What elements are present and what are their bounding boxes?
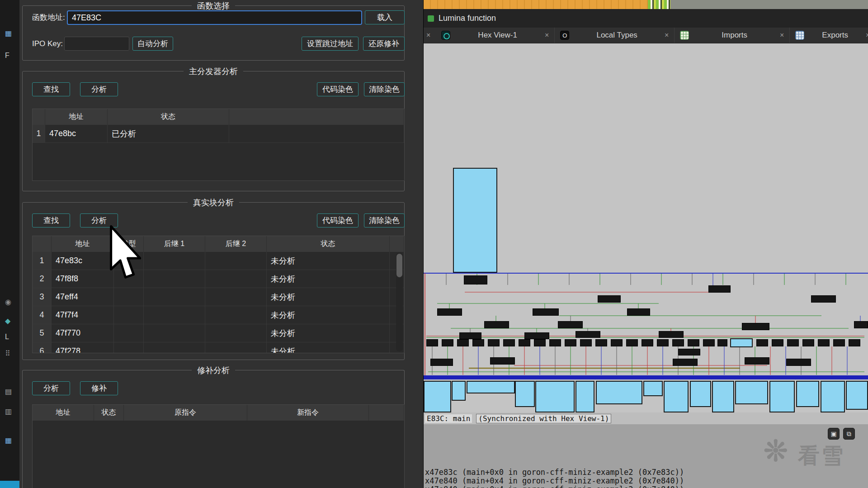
cell[interactable]: 已分析 (108, 125, 229, 143)
cell[interactable]: 未分析 (267, 306, 390, 324)
basic-block[interactable] (756, 339, 768, 346)
cell[interactable] (229, 125, 404, 143)
scrollbar-thumb[interactable] (396, 254, 402, 277)
basic-block[interactable] (854, 321, 868, 328)
strip-icon[interactable]: ▥ (5, 407, 12, 416)
basic-block[interactable] (533, 308, 559, 316)
basic-block[interactable] (580, 339, 592, 346)
basic-block[interactable] (786, 359, 811, 366)
basic-block[interactable] (437, 308, 462, 316)
basic-block[interactable] (424, 381, 451, 412)
cell[interactable]: 1 (33, 252, 52, 270)
basic-block[interactable] (742, 323, 769, 330)
tab-exports[interactable]: Exports× (790, 28, 868, 43)
basic-block[interactable] (565, 339, 576, 346)
cell[interactable]: 6 (33, 342, 52, 353)
basic-block[interactable] (464, 275, 487, 284)
basic-block[interactable] (659, 331, 684, 338)
tab-close-icon[interactable]: × (426, 31, 430, 39)
basic-block[interactable] (430, 359, 453, 366)
table-row[interactable]: 547f770未分析 (33, 324, 404, 342)
realblock-colorize-button[interactable]: 代码染色 (317, 213, 359, 227)
cell[interactable]: 未分析 (267, 270, 390, 288)
table-row[interactable]: 347eff4未分析 (33, 288, 404, 306)
basic-block[interactable] (672, 339, 684, 346)
cell[interactable]: 4 (33, 306, 52, 324)
cell[interactable] (144, 288, 205, 306)
output-line[interactable]: x47e840 (main+0x4 in goron-cff-miniz-exa… (425, 476, 684, 485)
basic-block[interactable] (490, 357, 515, 365)
cell[interactable]: 47e8bc (45, 125, 108, 143)
basic-block[interactable] (598, 295, 621, 303)
table-row[interactable]: 147e83c未分析 (33, 252, 404, 270)
basic-block[interactable] (426, 339, 438, 346)
load-button[interactable]: 载入 (365, 10, 405, 24)
patch-apply-button[interactable]: 修补 (80, 381, 118, 395)
basic-block[interactable] (657, 339, 669, 346)
strip-icon[interactable]: F (5, 52, 9, 60)
dispatcher-analyze-button[interactable]: 分析 (80, 82, 118, 96)
basic-block[interactable] (524, 332, 549, 339)
basic-block[interactable] (717, 339, 727, 346)
cell[interactable] (144, 306, 205, 324)
basic-block[interactable] (712, 381, 734, 412)
basic-block[interactable] (642, 339, 653, 346)
cell[interactable] (205, 324, 267, 342)
basic-block[interactable] (558, 321, 583, 328)
output-line[interactable]: x47e83c (main+0x0 in goron-cff-miniz-exa… (425, 468, 684, 477)
basic-block[interactable] (690, 381, 711, 407)
cell[interactable]: 47eff4 (52, 288, 114, 306)
tab-hex-view-1[interactable]: Hex View-1× (436, 28, 555, 43)
basic-block[interactable] (802, 339, 814, 346)
tab-imports[interactable]: Imports× (675, 28, 790, 43)
cell[interactable]: 未分析 (267, 252, 390, 270)
basic-block[interactable] (457, 339, 469, 346)
cell[interactable]: 47f7f4 (52, 306, 114, 324)
cell[interactable] (205, 270, 267, 288)
ida-navigator-band[interactable] (424, 0, 868, 9)
basic-block[interactable] (811, 295, 836, 303)
cell[interactable]: 47e83c (52, 252, 114, 270)
cell[interactable]: 47f8f8 (52, 270, 114, 288)
cell[interactable]: 未分析 (267, 342, 390, 353)
patch-table[interactable]: 地址状态原指令新指令 (32, 404, 405, 488)
cell[interactable]: 47f278 (52, 342, 114, 353)
tab-close-icon[interactable]: × (780, 31, 784, 39)
basic-block[interactable] (596, 381, 642, 404)
realblock-clear-color-button[interactable]: 清除染色 (364, 213, 405, 227)
basic-block[interactable] (643, 381, 663, 396)
dispatcher-colorize-button[interactable]: 代码染色 (317, 82, 359, 96)
basic-block[interactable] (745, 357, 769, 365)
basic-block[interactable] (519, 339, 530, 346)
basic-block[interactable] (576, 381, 594, 412)
cell[interactable] (144, 252, 205, 270)
table-row[interactable]: 647f278未分析 (33, 342, 404, 353)
set-skip-address-button[interactable]: 设置跳过地址 (302, 37, 359, 51)
basic-block[interactable] (769, 381, 795, 412)
basic-block[interactable] (484, 321, 509, 328)
graph-toolbar-button-2[interactable]: ⧉ (843, 428, 855, 440)
basic-block[interactable] (453, 168, 497, 273)
strip-icon[interactable]: ▦ (5, 436, 12, 445)
strip-icon[interactable]: ▤ (5, 387, 12, 396)
patch-analyze-button[interactable]: 分析 (32, 381, 70, 395)
strip-icon[interactable]: ◉ (5, 298, 11, 306)
basic-block[interactable] (846, 381, 868, 410)
auto-analyze-button[interactable]: 自动分析 (132, 37, 173, 51)
dispatcher-table[interactable]: 地址状态147e8bc已分析 (32, 109, 405, 181)
basic-block[interactable] (821, 381, 845, 412)
basic-block[interactable] (467, 381, 515, 393)
basic-block[interactable] (626, 339, 638, 346)
basic-block[interactable] (703, 339, 715, 346)
table-row[interactable]: 247f8f8未分析 (33, 270, 404, 288)
cell[interactable]: 5 (33, 324, 52, 342)
basic-block[interactable] (442, 339, 453, 346)
cell[interactable]: 3 (33, 288, 52, 306)
dispatcher-clear-color-button[interactable]: 清除染色 (364, 82, 405, 96)
realblock-table[interactable]: 地址类型后继 1后继 2状态147e83c未分析247f8f8未分析347eff… (32, 236, 405, 353)
basic-block[interactable] (708, 285, 731, 293)
cell[interactable]: 未分析 (267, 324, 390, 342)
strip-icon[interactable]: L (5, 333, 9, 341)
dispatcher-find-button[interactable]: 查找 (32, 82, 70, 96)
basic-block[interactable] (549, 339, 561, 346)
